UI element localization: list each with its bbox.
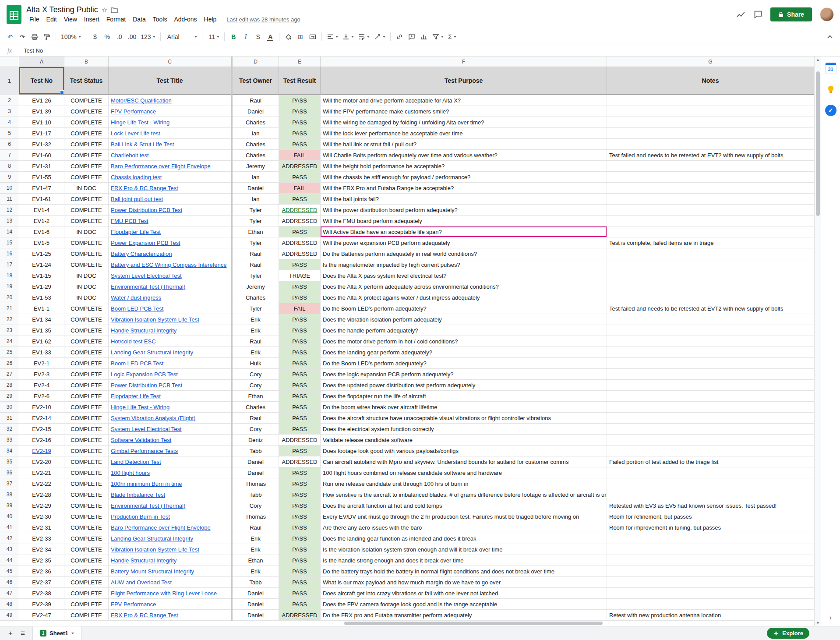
cell-test-no[interactable]: EV2-34 xyxy=(19,544,64,555)
cell-test-no[interactable]: EV2-20 xyxy=(19,456,64,467)
cell-test-owner[interactable]: Tyler xyxy=(233,303,279,314)
insert-link-button[interactable] xyxy=(394,31,405,42)
cell-notes[interactable] xyxy=(607,588,814,599)
row-number-46[interactable]: 46 xyxy=(0,577,19,588)
cell-test-no[interactable]: EV2-28 xyxy=(19,489,64,500)
cell-test-result[interactable]: PASS xyxy=(279,402,321,413)
header-cell-notes[interactable]: Notes xyxy=(607,67,814,95)
create-filter-button[interactable] xyxy=(431,31,445,42)
row-number-47[interactable]: 47 xyxy=(0,588,19,599)
cell-test-result[interactable]: PASS xyxy=(279,489,321,500)
header-cell-test-purpose[interactable]: Test Purpose xyxy=(321,67,607,95)
select-all-corner[interactable] xyxy=(0,57,19,67)
cell-test-title[interactable]: System Level Electrical Test xyxy=(109,424,231,435)
cell-test-title[interactable]: System Vibration Analysis (Flight) xyxy=(109,413,231,424)
cell-test-result[interactable]: ADDRESSED xyxy=(279,161,321,172)
menu-tools[interactable]: Tools xyxy=(150,15,170,23)
explore-button[interactable]: Explore xyxy=(767,628,809,639)
cell-test-no[interactable]: EV1-33 xyxy=(19,347,64,358)
cell-test-owner[interactable]: Tyler xyxy=(233,216,279,226)
document-title[interactable]: Alta X Testing Public xyxy=(26,5,98,14)
row-number-2[interactable]: 2 xyxy=(0,95,19,106)
font-family-select[interactable]: Arial xyxy=(164,31,201,42)
sheet-tab-active[interactable]: 1 Sheet1 xyxy=(32,626,81,640)
cell-test-title[interactable]: Motor/ESC Qualification xyxy=(109,95,231,106)
cell-notes[interactable] xyxy=(607,161,814,172)
cell-test-no[interactable]: EV1-4 xyxy=(19,205,64,216)
cell-test-purpose[interactable]: Does the motor drive perform in hot / co… xyxy=(321,336,607,347)
cell-test-purpose[interactable]: Does the aircraft structure have unaccep… xyxy=(321,413,607,424)
row-number-23[interactable]: 23 xyxy=(0,325,19,336)
cell-test-result[interactable]: PASS xyxy=(279,292,321,303)
cell-test-status[interactable]: COMPLETE xyxy=(64,435,109,446)
cell-test-title[interactable]: FRX Pro & RC Range Test xyxy=(109,610,231,621)
text-color-button[interactable]: A xyxy=(265,31,276,42)
row-number-13[interactable]: 13 xyxy=(0,216,19,226)
cell-test-title[interactable]: System Level Electrical Test xyxy=(109,270,231,281)
cell-test-result[interactable]: PASS xyxy=(279,139,321,150)
cell-test-no[interactable]: EV2-35 xyxy=(19,555,64,566)
menu-view[interactable]: View xyxy=(61,15,80,23)
cell-test-owner[interactable]: Tabb xyxy=(233,489,279,500)
cell-test-result[interactable]: PASS xyxy=(279,533,321,544)
cell-test-status[interactable]: COMPLETE xyxy=(64,150,109,161)
cell-test-status[interactable]: COMPLETE xyxy=(64,95,109,106)
cell-test-title[interactable]: Hinge Life Test - Wiring xyxy=(109,402,231,413)
row-number-26[interactable]: 26 xyxy=(0,358,19,369)
sheets-logo-icon[interactable] xyxy=(6,4,22,25)
row-number-31[interactable]: 31 xyxy=(0,413,19,424)
cell-test-owner[interactable]: Raul xyxy=(233,259,279,270)
cell-notes[interactable] xyxy=(607,347,814,358)
cell-test-purpose[interactable]: Does the logic expansion PCB perform ade… xyxy=(321,369,607,380)
horizontal-align-button[interactable] xyxy=(325,31,340,42)
cell-test-owner[interactable]: Erik xyxy=(233,566,279,577)
row-number-6[interactable]: 6 xyxy=(0,139,19,150)
cell-test-status[interactable]: COMPLETE xyxy=(64,511,109,522)
column-header-G[interactable]: G xyxy=(607,57,814,67)
more-formats-button[interactable]: 123 xyxy=(139,31,157,42)
cell-test-status[interactable]: COMPLETE xyxy=(64,588,109,599)
cell-test-no[interactable]: EV2-47 xyxy=(19,610,64,621)
cell-test-purpose[interactable]: Do the FRX pro and Futaba transmitter pe… xyxy=(321,610,607,621)
cell-test-title[interactable]: FRX Pro & RC Range Test xyxy=(109,183,231,194)
cell-notes[interactable] xyxy=(607,489,814,500)
cell-test-purpose[interactable]: Does the Alta X perform adequately acros… xyxy=(321,281,607,292)
cell-test-purpose[interactable]: Will the lock lever performance be accep… xyxy=(321,128,607,139)
cell-test-purpose[interactable]: Will the chassis be stiff enough for pay… xyxy=(321,172,607,183)
row-number-28[interactable]: 28 xyxy=(0,380,19,391)
cell-test-result[interactable]: PASS xyxy=(279,347,321,358)
cell-notes[interactable] xyxy=(607,281,814,292)
header-cell-test-result[interactable]: Test Result xyxy=(279,67,321,95)
cell-test-status[interactable]: COMPLETE xyxy=(64,325,109,336)
cell-notes[interactable]: Test is complete, failed items are in tr… xyxy=(607,237,814,248)
cell-test-purpose[interactable]: Validate release candidate software xyxy=(321,435,607,446)
cell-test-title[interactable]: Landing Gear Structural Integrity xyxy=(109,347,231,358)
cell-test-no[interactable]: EV2-22 xyxy=(19,478,64,489)
cell-test-status[interactable]: COMPLETE xyxy=(64,237,109,248)
cell-notes[interactable] xyxy=(607,216,814,226)
cell-test-no[interactable]: EV2-1 xyxy=(19,358,64,369)
cell-test-title[interactable]: AUW and Overload Test xyxy=(109,577,231,588)
cell-test-status[interactable]: IN DOC xyxy=(64,226,109,237)
row-number-21[interactable]: 21 xyxy=(0,303,19,314)
cell-test-owner[interactable]: Tyler xyxy=(233,237,279,248)
cell-test-status[interactable]: COMPLETE xyxy=(64,303,109,314)
cell-test-no[interactable]: EV1-62 xyxy=(19,336,64,347)
cell-test-owner[interactable]: Cory xyxy=(233,424,279,435)
cell-notes[interactable] xyxy=(607,566,814,577)
cell-test-title[interactable]: Baro Performance over Flight Envelope xyxy=(109,522,231,533)
menu-help[interactable]: Help xyxy=(201,15,220,23)
cell-test-title[interactable]: Landing Gear Structural Integrity xyxy=(109,533,231,544)
cell-test-title[interactable]: Flopdapter Life Test xyxy=(109,391,231,402)
cell-test-owner[interactable]: Ian xyxy=(233,172,279,183)
cell-test-result[interactable]: PASS xyxy=(279,544,321,555)
row-number-11[interactable]: 11 xyxy=(0,194,19,205)
cell-test-status[interactable]: COMPLETE xyxy=(64,194,109,205)
cell-test-no[interactable]: EV2-29 xyxy=(19,500,64,511)
cell-test-no[interactable]: EV1-32 xyxy=(19,139,64,150)
cell-test-result[interactable]: PASS xyxy=(279,577,321,588)
redo-button[interactable]: ↷ xyxy=(17,31,28,42)
cell-test-title[interactable]: Power Expansion PCB Test xyxy=(109,237,231,248)
cell-test-result[interactable]: ADDRESSED xyxy=(279,216,321,226)
cell-test-status[interactable]: COMPLETE xyxy=(64,380,109,391)
